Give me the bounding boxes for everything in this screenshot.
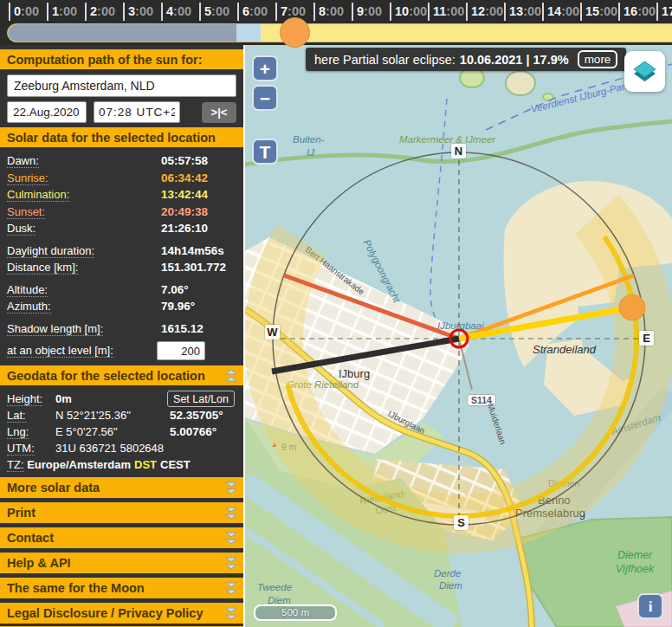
accordion-item[interactable]: Print bbox=[0, 502, 243, 523]
timeline-tick[interactable]: 10:00 bbox=[390, 3, 427, 21]
accordion-list: More solar data Print Contact Help & API bbox=[0, 477, 243, 624]
map-label: Diemer bbox=[617, 549, 652, 561]
lat-row: Lat: N 52°21'25.36" 52.35705° bbox=[7, 407, 236, 423]
solar-data-row: Daylight duration: 14h14m56s bbox=[7, 242, 236, 260]
timeline-tick[interactable]: 4:00 bbox=[161, 3, 191, 21]
accordion-item[interactable]: Legal Disclosure / Privacy Policy bbox=[0, 603, 243, 624]
expand-chevron-icon bbox=[225, 606, 237, 623]
solar-row-label: Azimuth: bbox=[7, 300, 51, 314]
timeline-ticks: 0:001:002:003:004:005:006:007:008:009:00… bbox=[0, 0, 672, 21]
timeline-tick[interactable]: 5:00 bbox=[199, 3, 229, 21]
timeline-tick[interactable]: 6:00 bbox=[237, 3, 268, 21]
utm-row: UTM: 31U 636721 5802648 bbox=[7, 440, 236, 456]
time-slider-track[interactable] bbox=[7, 23, 672, 42]
lat-label: Lat: bbox=[7, 409, 26, 423]
solar-row-value: 13:42:44 bbox=[161, 188, 208, 201]
solar-row-label: Dawn: bbox=[7, 154, 39, 168]
date-input[interactable] bbox=[7, 101, 87, 123]
solar-data-row: Sunrise: 06:34:42 bbox=[7, 170, 236, 187]
location-input[interactable] bbox=[7, 74, 236, 97]
info-button[interactable]: i bbox=[637, 593, 663, 619]
map-label: Benno bbox=[538, 494, 571, 507]
compass-label: S bbox=[454, 515, 468, 530]
expand-chevron-icon bbox=[225, 581, 237, 598]
timeline-tick[interactable]: 3:00 bbox=[123, 3, 153, 21]
accordion-item[interactable]: The same for the Moon bbox=[0, 578, 243, 598]
map-label: Diemen bbox=[548, 478, 579, 488]
lng-decimal-value: 5.00766° bbox=[170, 425, 216, 438]
height-value: 0m bbox=[55, 392, 72, 405]
timeline-tick[interactable]: 12:00 bbox=[466, 3, 503, 21]
terrain-button[interactable]: T bbox=[252, 139, 278, 165]
slider-day-segment bbox=[261, 24, 672, 42]
map-label: Markermeer & IJmeer bbox=[399, 134, 495, 145]
solar-row-label: Shadow length [m]: bbox=[7, 322, 103, 336]
timeline-tick[interactable]: 14:00 bbox=[542, 3, 579, 21]
expand-chevron-icon bbox=[225, 481, 237, 497]
map-canvas[interactable]: Buiten-IJVeerdienst IJburg-PampusMarkerm… bbox=[245, 45, 672, 627]
now-button[interactable]: >|< bbox=[202, 102, 236, 123]
accordion-item[interactable]: Contact bbox=[0, 527, 243, 548]
section-geodata-header[interactable]: Geodata for the selected location bbox=[0, 365, 243, 385]
collapse-chevron-icon[interactable] bbox=[225, 369, 237, 385]
object-level-input[interactable] bbox=[157, 341, 205, 360]
eclipse-more-button[interactable]: more bbox=[578, 50, 618, 68]
accordion-item[interactable]: Help & API bbox=[0, 553, 243, 573]
solar-row-label: Daylight duration: bbox=[7, 244, 94, 258]
lat-dms-value: N 52°21'25.36" bbox=[55, 409, 170, 422]
solar-row-value: 06:34:42 bbox=[161, 171, 208, 184]
timeline-tick[interactable]: 1:00 bbox=[47, 3, 77, 21]
eclipse-tooltip-text: here Partial solar eclipse: bbox=[314, 53, 456, 67]
solar-row-label: Altitude: bbox=[7, 283, 48, 297]
solar-row-value: 05:57:58 bbox=[161, 154, 208, 167]
solar-row-value: 79.96° bbox=[161, 300, 195, 313]
map-label: Muiderlaan bbox=[486, 402, 508, 445]
utm-label: UTM: bbox=[7, 442, 35, 456]
layers-button[interactable] bbox=[624, 51, 665, 92]
solar-data-row: Culmination: 13:42:44 bbox=[7, 186, 236, 204]
compass-label: E bbox=[639, 331, 654, 346]
map-label: IJburglaan bbox=[386, 409, 427, 436]
timeline-tick[interactable]: 9:00 bbox=[352, 3, 382, 21]
zoom-out-button[interactable]: − bbox=[252, 85, 278, 111]
accordion-item[interactable]: More solar data bbox=[0, 477, 243, 498]
solar-row-value: 151.301.772 bbox=[161, 261, 226, 274]
tz-label: TZ: bbox=[7, 458, 24, 472]
map-label: Polygoongracht bbox=[361, 238, 402, 305]
solar-data-row: Dusk: 21:26:10 bbox=[7, 220, 236, 237]
timeline-bar: 0:001:002:003:004:005:006:007:008:009:00… bbox=[0, 0, 672, 45]
map-label: IJburg bbox=[339, 367, 370, 380]
solar-data-row: Sunset: 20:49:38 bbox=[7, 204, 236, 221]
height-row: Height: 0m Set Lat/Lon bbox=[7, 391, 236, 407]
timeline-tick[interactable]: 17:00 bbox=[656, 3, 672, 21]
eclipse-tooltip: here Partial solar eclipse: 10.06.2021 |… bbox=[306, 48, 626, 71]
map-label: Premselabrug bbox=[515, 507, 585, 520]
expand-chevron-icon bbox=[225, 531, 237, 547]
solar-row-label: Sunrise: bbox=[7, 171, 48, 185]
solar-row-value: 1615.12 bbox=[161, 322, 204, 335]
geodata-rows: Height: 0m Set Lat/Lon Lat: N 52°21'25.3… bbox=[7, 391, 236, 473]
timeline-tick[interactable]: 0:00 bbox=[9, 3, 39, 21]
time-slider-handle[interactable] bbox=[280, 17, 310, 48]
map-label: Grote Rieteiland bbox=[287, 379, 359, 390]
timeline-tick[interactable]: 13:00 bbox=[504, 3, 541, 21]
date-time-row: >|< bbox=[7, 101, 236, 123]
map-label: ▲ bbox=[271, 441, 278, 449]
slider-twilight-segment bbox=[236, 24, 261, 42]
timeline-tick[interactable]: 16:00 bbox=[618, 3, 656, 21]
solar-row-label: Culmination: bbox=[7, 188, 69, 202]
lng-row: Lng: E 5°0'27.56" 5.00766° bbox=[7, 423, 236, 440]
timeline-tick[interactable]: 2:00 bbox=[85, 3, 115, 21]
set-latlon-button[interactable]: Set Lat/Lon bbox=[167, 391, 235, 407]
object-level-label: at an object level [m]: bbox=[7, 344, 113, 358]
eclipse-tooltip-value: 10.06.2021 | 17.9% bbox=[460, 53, 569, 67]
object-level-row: at an object level [m]: bbox=[7, 340, 236, 361]
timeline-tick[interactable]: 8:00 bbox=[313, 3, 344, 21]
map-label: Strandeiland bbox=[533, 343, 596, 356]
time-input[interactable] bbox=[94, 101, 180, 123]
timeline-tick[interactable]: 15:00 bbox=[580, 3, 617, 21]
timeline-tick[interactable]: 11:00 bbox=[428, 3, 464, 21]
map-label: Vijfhoek bbox=[616, 563, 654, 575]
zoom-in-button[interactable]: + bbox=[252, 55, 278, 81]
compass-label: W bbox=[265, 325, 280, 339]
